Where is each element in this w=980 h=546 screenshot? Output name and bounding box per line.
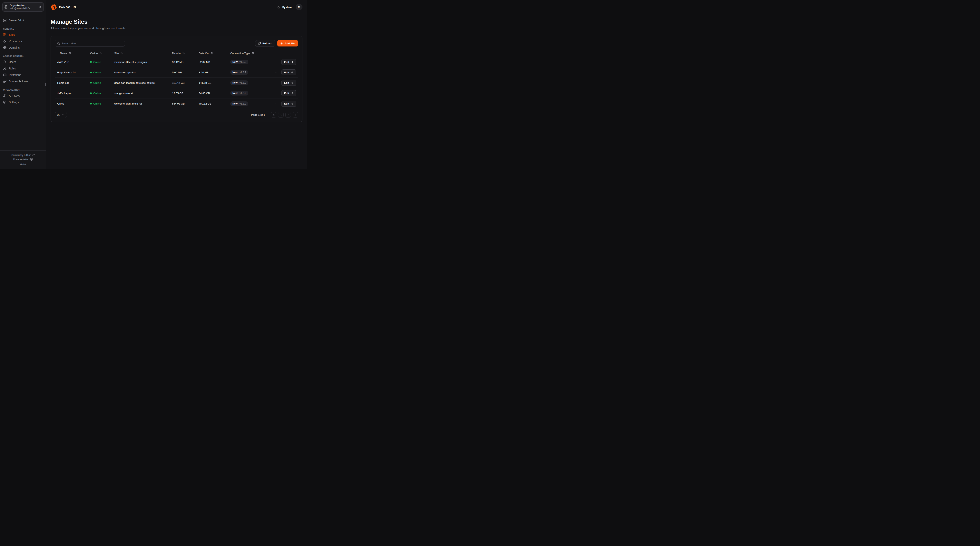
row-menu-button[interactable]: [274, 70, 278, 75]
status-cell: Online: [88, 71, 112, 74]
org-label: Organization: [10, 4, 38, 7]
org-value: milo@fossorial.io's ...: [10, 7, 38, 10]
sort-connection-type[interactable]: Connection Type: [228, 52, 277, 55]
data-in: 112.42 GB: [170, 81, 196, 84]
sidebar-item-settings[interactable]: Settings: [0, 99, 46, 105]
org-selector-text: Organization milo@fossorial.io's ...: [10, 4, 38, 10]
gear-icon: [3, 101, 6, 104]
row-menu-button[interactable]: [274, 60, 278, 64]
sort-site[interactable]: Site: [112, 52, 170, 55]
key-icon: [3, 94, 6, 97]
row-menu-button[interactable]: [274, 91, 278, 96]
row-menu-button[interactable]: [274, 101, 278, 106]
waypoints-icon: [3, 40, 6, 43]
documentation-link[interactable]: Documentation: [0, 157, 46, 161]
site-slug: welcome-giant-mole-rat: [112, 102, 170, 105]
sidebar-item-users[interactable]: Users: [0, 59, 46, 65]
sidebar-item-label: Invitations: [9, 73, 21, 77]
arrow-right-icon: [291, 71, 294, 74]
data-out: 3.20 MB: [196, 71, 228, 74]
sidebar-item-sites[interactable]: Sites: [0, 31, 46, 38]
sidebar-item-resources[interactable]: Resources: [0, 38, 46, 44]
client-version: v1.3.2: [240, 102, 246, 105]
site-name: Jeff's Laptop: [55, 92, 88, 95]
theme-label: System: [282, 6, 292, 9]
add-site-button[interactable]: Add Site: [277, 40, 298, 46]
search-wrap: [55, 40, 125, 47]
community-edition-label: Community Edition: [11, 154, 31, 156]
page-size-select[interactable]: 20: [55, 112, 67, 118]
status-cell: Online: [88, 81, 112, 84]
refresh-button[interactable]: Refresh: [255, 40, 275, 46]
documentation-label: Documentation: [13, 158, 29, 161]
moon-icon: [277, 5, 280, 9]
community-edition-link[interactable]: Community Edition: [0, 153, 46, 157]
edit-label: Edit: [284, 92, 289, 95]
sort-online[interactable]: Online: [88, 52, 112, 55]
sidebar-item-roles[interactable]: Roles: [0, 65, 46, 72]
status-cell: Online: [88, 102, 112, 105]
brand-logo[interactable]: PANGOLIN: [51, 4, 76, 10]
first-page-button[interactable]: [271, 112, 276, 118]
top-right-controls: System M: [277, 4, 302, 10]
org-selector[interactable]: Organization milo@fossorial.io's ...: [2, 2, 44, 11]
search-input[interactable]: [55, 40, 125, 47]
table-row: Home Lab Online dead-san-joaquin-antelop…: [55, 78, 298, 88]
row-actions: Edit: [277, 80, 298, 86]
client-name: Newt: [232, 81, 238, 84]
page-info: Page 1 of 1: [251, 113, 265, 116]
sidebar-nav: Server Admin GENERAL Sites Resources Dom…: [0, 14, 46, 105]
theme-toggle[interactable]: System: [277, 5, 292, 9]
edit-label: Edit: [284, 102, 289, 105]
sidebar-item-shareable-links[interactable]: Shareable Links: [0, 78, 46, 85]
sidebar-item-domains[interactable]: Domains: [0, 44, 46, 51]
pagination-bar: 20 Page 1 of 1: [55, 112, 298, 118]
row-actions: Edit: [277, 90, 298, 96]
edit-button[interactable]: Edit: [282, 80, 296, 86]
sidebar-item-invitations[interactable]: Invitations: [0, 72, 46, 78]
column-label: Online: [90, 52, 98, 55]
building-icon: [5, 5, 8, 9]
online-dot: [90, 82, 92, 83]
next-page-button[interactable]: [285, 112, 291, 118]
users-icon: [3, 67, 6, 70]
edit-button[interactable]: Edit: [282, 101, 296, 107]
row-menu-button[interactable]: [274, 81, 278, 85]
status-cell: Online: [88, 92, 112, 95]
online-dot: [90, 72, 92, 73]
site-name: AWS VPC: [55, 61, 88, 64]
connection-type-cell: Newtv1.3.2: [228, 80, 277, 85]
edit-button[interactable]: Edit: [282, 59, 296, 65]
connection-type-cell: Newtv1.3.2: [228, 101, 277, 106]
edit-button[interactable]: Edit: [282, 69, 296, 75]
status-badge: Online: [93, 102, 101, 105]
edit-button[interactable]: Edit: [282, 90, 296, 96]
sidebar-item-api-keys[interactable]: API Keys: [0, 93, 46, 99]
sidebar-item-server-admin[interactable]: Server Admin: [0, 17, 46, 24]
sort-data-in[interactable]: Data In: [170, 52, 196, 55]
column-label: Site: [114, 52, 119, 55]
client-version: v1.3.2: [240, 71, 246, 74]
main-content: PANGOLIN System M Manage Sites Allow con…: [46, 0, 307, 169]
sort-data-out[interactable]: Data Out: [196, 52, 228, 55]
data-in: 30.12 MB: [170, 61, 196, 64]
avatar[interactable]: M: [296, 4, 302, 10]
client-name: Newt: [232, 102, 238, 105]
sidebar-scrollbar-thumb[interactable]: [45, 83, 46, 86]
sidebar-item-label: API Keys: [9, 94, 20, 97]
last-page-button[interactable]: [293, 112, 298, 118]
prev-page-button[interactable]: [278, 112, 283, 118]
arrow-right-icon: [291, 92, 294, 94]
brand-name: PANGOLIN: [59, 6, 76, 9]
page-subtitle: Allow connectivity to your network throu…: [51, 27, 302, 30]
pangolin-logo-icon: [51, 4, 57, 10]
connection-type-badge: Newtv1.3.2: [230, 80, 248, 85]
column-label: Connection Type: [230, 52, 250, 55]
search-icon: [57, 42, 60, 45]
site-slug: fortunate-cape-fox: [112, 71, 170, 74]
globe-icon: [3, 46, 6, 49]
arrow-right-icon: [291, 102, 294, 105]
table-row: AWS VPC Online vivacious-little-blue-pen…: [55, 57, 298, 67]
sort-name[interactable]: Name: [55, 52, 88, 55]
toolbar-actions: Refresh Add Site: [255, 40, 298, 46]
